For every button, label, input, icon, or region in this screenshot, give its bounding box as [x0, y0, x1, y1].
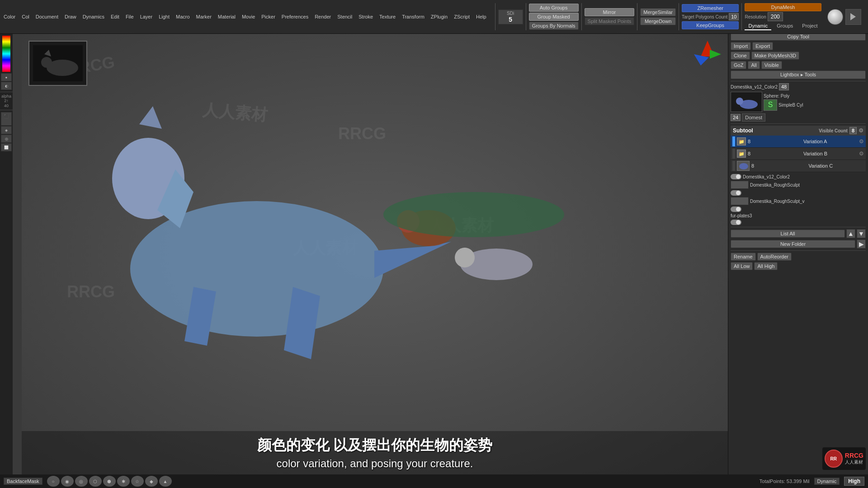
brush-icon-9[interactable]: ▲	[159, 476, 172, 487]
mask-btn[interactable]: ⬛	[1, 112, 12, 126]
left-tool-4[interactable]: ◎	[1, 135, 12, 143]
auto-groups-button[interactable]: Auto Groups	[529, 4, 579, 12]
menu-transform[interactable]: Transform	[401, 13, 426, 20]
brush-icon-1[interactable]: ○	[47, 476, 60, 487]
menu-stencil[interactable]: Stencil	[336, 13, 354, 20]
simple-brush-icon[interactable]: S	[764, 99, 777, 111]
menu-color[interactable]: Color	[2, 13, 17, 20]
brush-icon-4[interactable]: ⬡	[89, 476, 102, 487]
left-tool-2[interactable]: ◐	[1, 82, 12, 90]
brush-icon-2[interactable]: ◉	[61, 476, 74, 487]
subtool-item-b[interactable]: 📁 8 Variation B ⚙	[731, 148, 866, 160]
menu-preferences[interactable]: Preferences	[280, 13, 310, 20]
canvas-background: RRCG 人人素材 RRCG 人人素材 RRCG RRCG 人人素材	[22, 34, 728, 474]
rename-row: Rename AutoReorder	[731, 253, 866, 261]
menu-texture[interactable]: Texture	[378, 13, 397, 20]
subtool-folder-b[interactable]: 📁	[737, 150, 746, 158]
color-gradient[interactable]	[2, 36, 10, 72]
merge-down-button[interactable]: MergeDown	[640, 17, 676, 25]
auto-reorder-button[interactable]: AutoReorder	[757, 253, 792, 261]
brush-icon-3[interactable]: ◎	[75, 476, 88, 487]
toggle-4[interactable]	[731, 220, 741, 225]
menu-movie[interactable]: Movie	[241, 13, 256, 20]
brush-icon-6[interactable]: ✱	[117, 476, 130, 487]
svg-marker-2	[139, 106, 162, 129]
menu-draw[interactable]: Draw	[63, 13, 78, 20]
backface-mask-button[interactable]: BackfaceMask	[4, 478, 42, 485]
lightbox-tools-button[interactable]: Lightbox ▸ Tools	[731, 70, 866, 79]
nav-widget[interactable]	[692, 38, 723, 70]
visible-button[interactable]: Visible	[761, 61, 782, 69]
groups-by-normals-button[interactable]: Groups By Normals	[529, 22, 579, 30]
groups-tab[interactable]: Groups	[773, 22, 797, 30]
rrcg-brand: RRCG	[845, 452, 863, 459]
new-folder-button[interactable]: New Folder	[731, 240, 855, 248]
subtool-folder-a[interactable]: 📁	[737, 137, 746, 145]
variation-a-settings[interactable]: ⚙	[859, 138, 864, 145]
split-masked-button[interactable]: Split Masked Points	[585, 17, 635, 25]
clone-button[interactable]: Clone	[731, 52, 750, 60]
subtool-settings-icon[interactable]: ⚙	[859, 127, 863, 134]
sphere-label: Sphere: Poly	[764, 94, 803, 99]
menu-document[interactable]: Document	[34, 13, 60, 20]
menu-col[interactable]: Col	[20, 13, 31, 20]
menu-marker[interactable]: Marker	[195, 13, 213, 20]
variation-b-settings[interactable]: ⚙	[859, 150, 864, 157]
brush-icon-8[interactable]: ◆	[145, 476, 158, 487]
all-low-button[interactable]: All Low	[731, 262, 753, 270]
toggle-2[interactable]	[731, 190, 741, 196]
all-button[interactable]: All	[748, 61, 760, 69]
menu-light[interactable]: Light	[157, 13, 171, 20]
dynamesh-button[interactable]: DynaMesh	[745, 3, 821, 11]
list-down-button[interactable]: ▼	[857, 229, 866, 238]
goz-button[interactable]: GoZ	[731, 61, 746, 69]
group-masked-button[interactable]: Group Masked	[529, 13, 579, 21]
mirror-button[interactable]: Mirror	[585, 8, 635, 16]
left-tool-3[interactable]: ◈	[1, 126, 12, 134]
main-canvas[interactable]: RRCG 人人素材 RRCG 人人素材 RRCG RRCG 人人素材	[22, 34, 728, 474]
menu-zscript[interactable]: ZScript	[453, 13, 471, 20]
toggle-1[interactable]	[731, 174, 741, 179]
list-all-button[interactable]: List All	[731, 230, 845, 238]
dynamic-tab[interactable]: Dynamic	[745, 22, 771, 30]
make-polymesh3d-button[interactable]: Make PolyMesh3D	[751, 52, 799, 60]
menu-file[interactable]: File	[124, 13, 135, 20]
merge-similar-button[interactable]: MergeSimilar	[640, 8, 676, 16]
list-up-button[interactable]: ▲	[846, 229, 855, 238]
brush-icon-5[interactable]: ⬢	[103, 476, 116, 487]
export-button[interactable]: Export	[752, 42, 773, 50]
double-btn[interactable]: ⬜	[1, 143, 12, 151]
menu-picker[interactable]: Picker	[260, 13, 277, 20]
brush-info: Sphere: Poly S SimpleB Cyl	[764, 94, 803, 111]
menu-dynamics[interactable]: Dynamics	[81, 13, 106, 20]
brush-icon-7[interactable]: ☆	[131, 476, 144, 487]
keep-groups-button[interactable]: KeepGroups	[682, 21, 739, 29]
menu-material[interactable]: Material	[217, 13, 237, 20]
subtool-item-c[interactable]: 8 Variation C	[731, 160, 866, 172]
inactive-indicator-c	[732, 161, 735, 171]
menu-macro[interactable]: Macro	[175, 13, 191, 20]
menu-help[interactable]: Help	[475, 13, 488, 20]
folder-btn-2[interactable]: ▶	[857, 239, 866, 249]
brush-count: 24	[731, 114, 741, 121]
import-button[interactable]: Import	[731, 42, 751, 50]
creature-thumb[interactable]	[731, 92, 762, 112]
dynamic-bottom-button[interactable]: Dynamic	[814, 478, 840, 485]
all-high-button[interactable]: All High	[754, 262, 778, 270]
menu-edit[interactable]: Edit	[109, 13, 121, 20]
rename-button[interactable]: Rename	[731, 253, 756, 261]
menu-render[interactable]: Render	[313, 13, 332, 20]
lightbox-row: Lightbox ▸ Tools	[731, 70, 866, 79]
menu-zplugin[interactable]: ZPlugin	[429, 13, 449, 20]
zremesher-button[interactable]: ZRemesher	[682, 4, 739, 12]
menu-layer[interactable]: Layer	[139, 13, 154, 20]
material-sphere-icon[interactable]	[827, 9, 843, 25]
left-tool-1[interactable]: ●	[1, 73, 12, 81]
toggle-3[interactable]	[731, 206, 741, 212]
alpha-label: alpha 2↑	[0, 94, 13, 103]
project-tab[interactable]: Project	[798, 22, 821, 30]
menu-stroke[interactable]: Stroke	[357, 13, 374, 20]
render-icon[interactable]	[845, 9, 861, 25]
subtool-item-active[interactable]: 📁 8 Variation A ⚙	[731, 136, 866, 148]
divider-6	[741, 3, 742, 30]
